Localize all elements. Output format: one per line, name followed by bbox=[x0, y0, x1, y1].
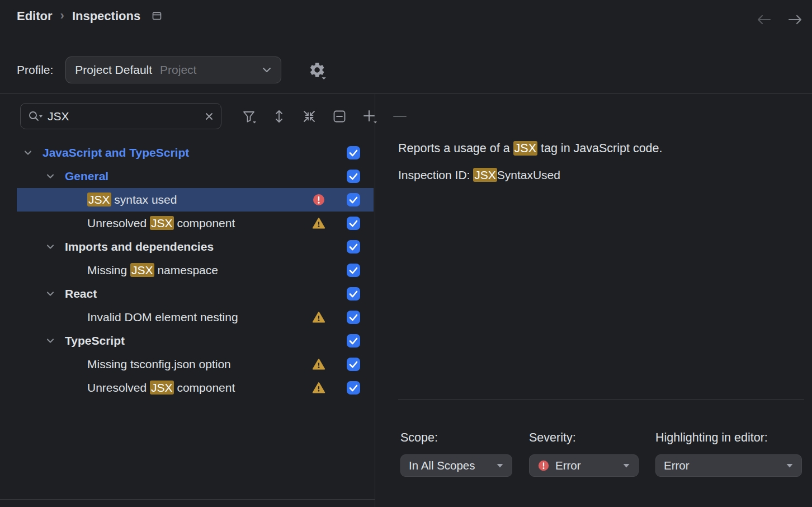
inspection-enabled-checkbox[interactable] bbox=[346, 145, 361, 160]
inspection-enabled-checkbox[interactable] bbox=[346, 357, 361, 372]
tree-row-react[interactable]: React bbox=[17, 282, 374, 306]
tree-row-imports-and-dependencies[interactable]: Imports and dependencies bbox=[17, 235, 374, 259]
tree-chevron-spacer bbox=[66, 217, 79, 230]
tree-item-label: JSX syntax used bbox=[87, 193, 177, 206]
header-divider bbox=[0, 93, 812, 94]
chevron-down-icon[interactable] bbox=[44, 334, 57, 348]
tree-row-typescript[interactable]: TypeScript bbox=[17, 329, 374, 353]
inspections-toolbar bbox=[240, 107, 408, 126]
add-inspection-icon[interactable] bbox=[361, 108, 378, 125]
breadcrumb-separator-icon: › bbox=[60, 8, 64, 23]
scope-dropdown[interactable]: In All Scopes bbox=[400, 454, 512, 477]
tree-chevron-spacer bbox=[66, 358, 79, 371]
chevron-down-icon[interactable] bbox=[21, 146, 35, 159]
search-match-highlight: JSX bbox=[150, 216, 174, 230]
profile-label: Profile: bbox=[17, 63, 53, 77]
inspection-id-line: Inspection ID: JSXSyntaxUsed bbox=[398, 168, 560, 182]
history-nav bbox=[756, 13, 803, 26]
gear-icon[interactable] bbox=[308, 60, 328, 81]
highlighting-dropdown[interactable]: Error bbox=[655, 454, 802, 477]
breadcrumb-item-editor[interactable]: Editor bbox=[17, 9, 53, 24]
severity-dropdown[interactable]: Error bbox=[529, 454, 639, 477]
tree-chevron-spacer bbox=[66, 381, 79, 395]
severity-option: Severity: Error bbox=[529, 431, 639, 477]
details-divider bbox=[398, 399, 804, 400]
inspection-enabled-checkbox[interactable] bbox=[346, 310, 361, 325]
expand-all-icon[interactable] bbox=[271, 108, 287, 125]
inspection-enabled-checkbox[interactable] bbox=[346, 381, 361, 395]
severity-value: Error bbox=[555, 459, 581, 472]
clear-search-icon[interactable] bbox=[204, 111, 214, 121]
tree-row-missing-tsconfig-json-option[interactable]: Missing tsconfig.json option bbox=[17, 353, 374, 376]
profile-selected-value: Project Default bbox=[75, 63, 152, 77]
tree-row-general[interactable]: General bbox=[17, 165, 374, 188]
chevron-down-icon[interactable] bbox=[44, 287, 57, 301]
tree-row-unresolved-jsx-component[interactable]: Unresolved JSX component bbox=[17, 376, 374, 400]
tree-row-unresolved-jsx-component[interactable]: Unresolved JSX component bbox=[17, 212, 374, 235]
search-match-highlight: JSX bbox=[473, 168, 497, 182]
inspection-enabled-checkbox[interactable] bbox=[346, 193, 361, 207]
search-match-highlight: JSX bbox=[87, 193, 111, 206]
collapse-all-icon[interactable] bbox=[301, 108, 318, 125]
inspection-enabled-checkbox[interactable] bbox=[346, 334, 361, 348]
search-icon[interactable] bbox=[27, 110, 43, 123]
breadcrumb-item-inspections: Inspections bbox=[72, 9, 140, 24]
inspection-enabled-checkbox[interactable] bbox=[346, 263, 361, 278]
tree-panel-bottom-border bbox=[0, 499, 375, 500]
back-arrow-icon[interactable] bbox=[756, 13, 772, 26]
scope-value: In All Scopes bbox=[409, 459, 475, 472]
error-severity-icon bbox=[537, 459, 550, 472]
chevron-down-icon[interactable] bbox=[44, 170, 57, 183]
chevron-down-icon[interactable] bbox=[44, 240, 57, 254]
tree-row-jsx-syntax-used[interactable]: JSX syntax used bbox=[17, 188, 374, 212]
tree-item-label: TypeScript bbox=[65, 334, 125, 348]
warning-severity-icon bbox=[312, 311, 325, 324]
highlighting-label: Highlighting in editor: bbox=[655, 431, 802, 445]
settings-window-icon[interactable] bbox=[152, 11, 163, 21]
tree-item-label: JavaScript and TypeScript bbox=[43, 146, 189, 159]
warning-severity-icon bbox=[312, 217, 325, 230]
forward-arrow-icon[interactable] bbox=[787, 13, 803, 26]
tree-row-missing-jsx-namespace[interactable]: Missing JSX namespace bbox=[17, 259, 374, 282]
tree-item-label: Unresolved JSX component bbox=[87, 381, 235, 395]
search-input[interactable] bbox=[46, 109, 201, 124]
chevron-down-icon bbox=[786, 463, 794, 468]
panel-divider[interactable] bbox=[375, 94, 375, 507]
search-match-highlight: JSX bbox=[150, 381, 174, 395]
disabled-dash-icon bbox=[391, 108, 408, 125]
profile-row: Profile: Project Default Project bbox=[17, 57, 281, 83]
tree-item-label: Invalid DOM element nesting bbox=[87, 311, 238, 324]
inspection-enabled-checkbox[interactable] bbox=[346, 240, 361, 254]
tree-row-invalid-dom-element-nesting[interactable]: Invalid DOM element nesting bbox=[17, 306, 374, 329]
inspection-description: Reports a usage of a JSX tag in JavaScri… bbox=[398, 142, 663, 156]
inspections-tree: JavaScript and TypeScriptGeneralJSX synt… bbox=[0, 141, 375, 400]
tree-item-label: General bbox=[65, 170, 108, 183]
scope-label: Scope: bbox=[400, 431, 512, 445]
tree-item-label: Unresolved JSX component bbox=[87, 217, 235, 230]
highlighting-value: Error bbox=[664, 459, 690, 472]
tree-item-label: React bbox=[65, 287, 97, 301]
error-severity-icon bbox=[312, 193, 325, 206]
profile-select[interactable]: Project Default Project bbox=[65, 57, 281, 83]
tree-chevron-spacer bbox=[66, 311, 79, 324]
search-match-highlight: JSX bbox=[513, 141, 537, 156]
tree-item-label: Imports and dependencies bbox=[65, 240, 214, 254]
inspection-enabled-checkbox[interactable] bbox=[346, 216, 361, 231]
highlighting-option: Highlighting in editor: Error bbox=[655, 431, 802, 477]
tree-chevron-spacer bbox=[66, 193, 79, 206]
tree-chevron-spacer bbox=[66, 264, 79, 277]
chevron-down-icon bbox=[496, 463, 504, 468]
inspection-enabled-checkbox[interactable] bbox=[346, 169, 361, 184]
filter-icon[interactable] bbox=[240, 108, 257, 125]
tree-row-javascript-and-typescript[interactable]: JavaScript and TypeScript bbox=[17, 141, 374, 165]
remove-inspection-icon[interactable] bbox=[331, 108, 348, 125]
tree-item-label: Missing tsconfig.json option bbox=[87, 358, 231, 371]
warning-severity-icon bbox=[312, 381, 325, 395]
warning-severity-icon bbox=[312, 358, 325, 371]
search-match-highlight: JSX bbox=[130, 263, 154, 277]
search-field[interactable] bbox=[20, 103, 221, 129]
chevron-down-icon bbox=[262, 67, 272, 73]
chevron-down-icon bbox=[622, 463, 630, 468]
scope-option: Scope: In All Scopes bbox=[400, 431, 512, 477]
inspection-enabled-checkbox[interactable] bbox=[346, 287, 361, 301]
